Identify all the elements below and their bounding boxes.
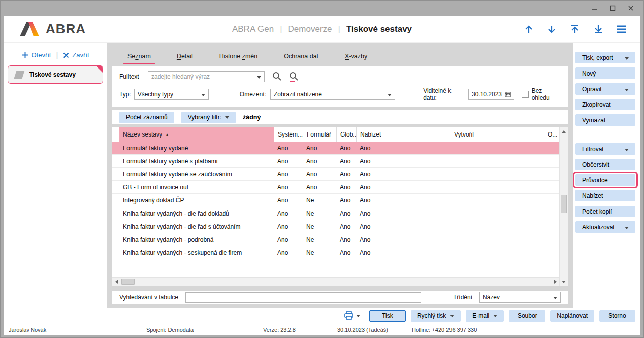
hamburger-menu-icon[interactable] xyxy=(615,23,627,35)
table-row[interactable]: Kniha faktur vydaných - podrobnáAnoNeAno… xyxy=(112,233,559,246)
minimize-icon[interactable] xyxy=(588,3,601,13)
cell xyxy=(450,142,544,154)
row-indicator-cell xyxy=(112,168,119,180)
rychl-tisk-button[interactable]: Rychlý tisk xyxy=(411,310,461,322)
open-button[interactable]: Otevřít xyxy=(22,51,51,59)
table-row[interactable]: Kniha faktur vydaných - dle řad dokladůA… xyxy=(112,207,559,220)
tab-detail[interactable]: Detail xyxy=(177,53,193,60)
column-header-n-zev-sestavy[interactable]: Název sestavy▲ xyxy=(119,127,274,142)
cell: Ano xyxy=(356,233,450,246)
cell: Kniha faktur vydaných - dle řad dokladů xyxy=(119,207,274,220)
fulltext-label: Fulltext xyxy=(119,73,144,80)
column-header-formul[interactable]: Formulář xyxy=(303,127,336,142)
cell: Integrovaný doklad ČP xyxy=(119,194,274,207)
cell xyxy=(544,246,559,259)
chevron-down-icon xyxy=(356,315,360,317)
printer-menu-button[interactable] xyxy=(344,311,360,320)
aktualizovat-button[interactable]: Aktualizovat xyxy=(575,221,635,233)
napl-novat-button[interactable]: Naplánovat xyxy=(550,310,594,322)
table-row[interactable]: Kniha faktur vydaných - seskupená dle fi… xyxy=(112,246,559,259)
zkop-rovat-button[interactable]: Zkopírovat xyxy=(575,99,635,110)
tisk-button[interactable]: Tisk xyxy=(369,310,406,322)
search-icon[interactable] xyxy=(272,71,282,81)
arrow-up-icon[interactable] xyxy=(523,23,535,35)
cell: Ano xyxy=(356,194,450,207)
visible-date-field[interactable]: 30.10.2023 xyxy=(468,89,514,100)
table-body: Formulář faktury vydanéAnoAnoAnoAnoFormu… xyxy=(112,142,559,259)
column-header-o[interactable]: O... xyxy=(544,127,559,142)
scroll-left-icon[interactable] xyxy=(112,278,120,286)
close-icon[interactable] xyxy=(624,3,637,13)
nab-zet-button[interactable]: Nabízet xyxy=(575,190,635,201)
cell xyxy=(450,181,544,193)
opravit-button[interactable]: Opravit xyxy=(575,83,635,95)
table-row[interactable]: Integrovaný doklad ČPAnoNeAnoAno xyxy=(112,194,559,207)
tab-seznam[interactable]: Seznam xyxy=(127,53,151,60)
soubor-button[interactable]: Soubor xyxy=(509,310,545,322)
tab-x-vazby[interactable]: X-vazby xyxy=(345,53,367,60)
scroll-down-icon[interactable] xyxy=(560,278,568,286)
search-fulltext-icon[interactable] xyxy=(289,71,299,82)
task-tab-tiskove-sestavy[interactable]: Tiskové sestavy xyxy=(8,65,103,84)
table-row[interactable]: Formulář faktury vydané se zaúčtovánímAn… xyxy=(112,168,559,181)
vertical-scrollbar[interactable] xyxy=(559,127,568,286)
nov-button[interactable]: Nový xyxy=(575,67,635,79)
arrow-down-icon[interactable] xyxy=(546,23,558,35)
cell: Ano xyxy=(303,155,336,167)
vertical-scroll-thumb[interactable] xyxy=(561,195,567,213)
close-task-button[interactable]: Zavřít xyxy=(63,51,89,59)
cell xyxy=(544,142,559,154)
table-row[interactable]: Kniha faktur vydaných - dle řad s účtová… xyxy=(112,220,559,233)
column-header-nab-zet[interactable]: Nabízet xyxy=(356,127,450,142)
tab-historie-zm-n[interactable]: Historie změn xyxy=(219,53,257,60)
vymazat-button[interactable]: Vymazat xyxy=(575,114,635,126)
storno-button[interactable]: Storno xyxy=(599,310,635,322)
pr-vodce-button[interactable]: Průvodce xyxy=(575,174,635,186)
cell: Kniha faktur vydaných - seskupená dle fi… xyxy=(119,246,274,259)
cell: Formulář faktury vydané xyxy=(119,142,274,154)
selected-filter-button[interactable]: Vybraný filtr: xyxy=(181,112,236,123)
table-row[interactable]: Formulář faktury vydané s platbamiAnoAno… xyxy=(112,155,559,168)
calendar-icon[interactable] xyxy=(505,91,511,98)
center-content: SeznamDetailHistorie změnOchrana datX-va… xyxy=(107,43,573,308)
cell: Ano xyxy=(274,155,303,167)
button-label: Nový xyxy=(582,70,596,77)
arrow-to-top-icon[interactable] xyxy=(569,23,581,35)
cell xyxy=(544,207,559,220)
po-et-kopi-button[interactable]: Počet kopií xyxy=(575,206,635,217)
column-header-vytvo-il[interactable]: Vytvořil xyxy=(450,127,544,142)
horizontal-scroll-thumb[interactable] xyxy=(121,279,135,285)
table-row[interactable]: GB - Form of invoice outAnoAnoAnoAno xyxy=(112,181,559,194)
omezeni-dropdown[interactable]: Zobrazit nabízené xyxy=(270,89,395,100)
reports-table: Název sestavy▲Systém...FormulářGlob...Na… xyxy=(112,127,568,286)
horizontal-scrollbar[interactable] xyxy=(112,277,559,286)
column-header-syst-m[interactable]: Systém... xyxy=(274,127,303,142)
cell: Ne xyxy=(303,233,336,246)
scroll-right-icon[interactable] xyxy=(551,278,559,286)
cell: Ano xyxy=(356,142,450,154)
column-header-glob[interactable]: Glob... xyxy=(336,127,356,142)
scroll-up-icon[interactable] xyxy=(560,127,568,136)
typ-dropdown[interactable]: Všechny typy xyxy=(134,89,209,100)
sort-label: Třídění xyxy=(453,294,472,301)
task-tab-corner-marker xyxy=(96,66,103,73)
table-search-input[interactable] xyxy=(185,292,421,303)
sort-value: Název xyxy=(483,294,500,301)
sort-dropdown[interactable]: Název xyxy=(479,292,561,303)
button-label: Nabízet xyxy=(582,192,603,199)
tab-ochrana-dat[interactable]: Ochrana dat xyxy=(284,53,318,60)
chevron-down-icon xyxy=(384,91,392,98)
filtrovat-button[interactable]: Filtrovat xyxy=(575,143,635,155)
cell: Ano xyxy=(336,181,356,193)
record-count-button[interactable]: Počet záznamů xyxy=(119,112,174,123)
maximize-icon[interactable] xyxy=(606,3,619,13)
status-date: 30.10.2023 (Tadeáš) xyxy=(332,327,407,333)
status-connection: Spojení: Demodata xyxy=(141,327,258,333)
tisk-export-button[interactable]: Tisk, export xyxy=(575,52,635,63)
bez-ohledu-checkbox[interactable] xyxy=(522,91,529,98)
arrow-to-bottom-icon[interactable] xyxy=(592,23,604,35)
table-row[interactable]: Formulář faktury vydanéAnoAnoAnoAno xyxy=(112,142,559,155)
fulltext-combobox[interactable]: zadejte hledaný výraz xyxy=(148,71,265,82)
ob-erstvit-button[interactable]: Občerstvit xyxy=(575,159,635,170)
e-mail-button[interactable]: E-mail xyxy=(466,310,504,322)
